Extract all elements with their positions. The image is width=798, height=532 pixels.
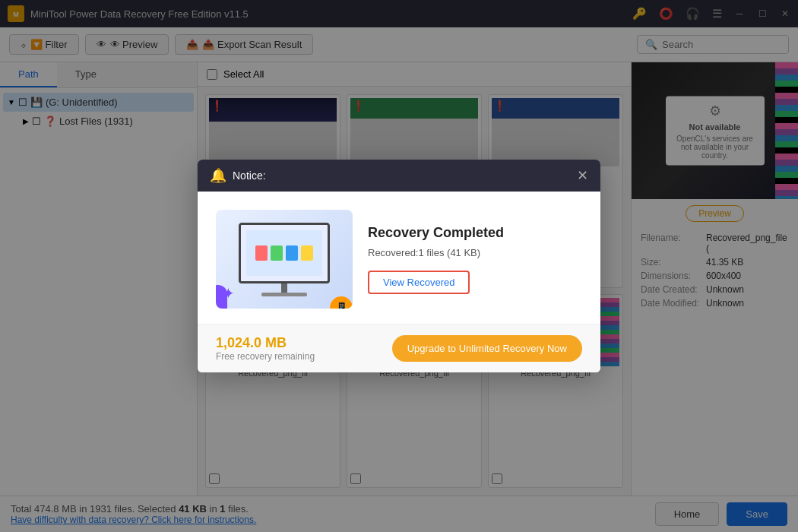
modal-content: Recovery Completed Recovered:1 files (41… [368, 225, 582, 294]
modal-close-button[interactable]: ✕ [577, 167, 588, 184]
view-recovered-button[interactable]: View Recovered [368, 271, 470, 294]
free-label: Free recovery remaining [216, 351, 315, 362]
modal-body: 📱 ✦ Recovery Completed Recovered:1 files… [198, 192, 600, 324]
notice-icon: 🔔 [210, 167, 226, 184]
modal-header-title: Notice: [233, 169, 266, 182]
modal-subtitle: Recovered:1 files (41 KB) [368, 247, 582, 258]
modal-title: Recovery Completed [368, 225, 582, 241]
modal-header-left: 🔔 Notice: [210, 167, 266, 184]
modal-header: 🔔 Notice: ✕ [198, 160, 600, 192]
modal-overlay[interactable]: 🔔 Notice: ✕ [0, 0, 798, 532]
modal-footer: 1,024.0 MB Free recovery remaining Upgra… [198, 324, 600, 372]
free-recovery-info: 1,024.0 MB Free recovery remaining [216, 335, 315, 362]
notice-modal: 🔔 Notice: ✕ [198, 160, 600, 372]
free-amount: 1,024.0 MB [216, 335, 315, 351]
upgrade-button[interactable]: Upgrade to Unlimited Recovery Now [392, 335, 582, 362]
modal-illustration: 📱 ✦ [216, 210, 353, 309]
